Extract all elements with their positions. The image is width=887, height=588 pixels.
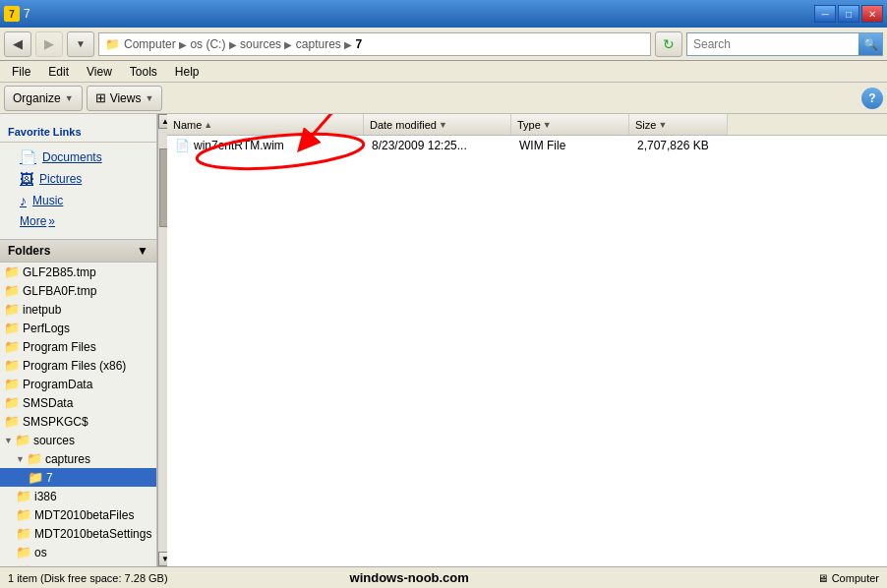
file-row[interactable]: 📄 win7entRTM.wim 8/23/2009 12:25... WIM … — [167, 136, 887, 155]
favorites-documents[interactable]: 📄 Documents — [0, 147, 156, 168]
sort-arrow-icon: ▼ — [658, 120, 667, 130]
col-header-size[interactable]: Size ▼ — [629, 114, 728, 135]
tree-item[interactable]: 📁 tools — [0, 561, 156, 566]
col-header-name[interactable]: Name ▲ — [167, 114, 364, 135]
file-date-cell: 8/23/2009 12:25... — [368, 139, 515, 152]
search-input[interactable] — [687, 33, 858, 55]
music-icon: ♪ — [20, 193, 27, 208]
documents-icon: 📄 — [20, 149, 36, 165]
tree-item-sources[interactable]: ▼ 📁 sources — [0, 431, 156, 449]
tree-item[interactable]: 📁 inetpub — [0, 300, 156, 319]
address-bar: ◀ ▶ ▼ 📁 Favorite Links Computer ▶ os (C:… — [0, 28, 887, 61]
folder-icon: 📁 — [16, 526, 31, 541]
favorites-section: Favorite Links 📄 Documents 🖼 Pictures ♪ … — [0, 114, 156, 239]
expand-icon: ▼ — [16, 454, 25, 464]
recent-locations-button[interactable]: ▼ — [67, 31, 94, 57]
organize-button[interactable]: Organize ▼ — [4, 86, 83, 111]
folder-tree: 📁 GLF2B85.tmp 📁 GLFBA0F.tmp 📁 inetpub 📁 … — [0, 263, 156, 566]
left-panel: Favorite Links 📄 Documents 🖼 Pictures ♪ … — [0, 114, 157, 566]
folder-icon: 📁 — [28, 470, 43, 485]
folder-icon: 📁 — [16, 489, 31, 503]
expand-icon: ▼ — [4, 436, 13, 445]
col-header-type[interactable]: Type ▼ — [511, 114, 629, 135]
menu-view[interactable]: View — [79, 63, 120, 81]
maximize-button[interactable]: □ — [838, 5, 859, 23]
sort-arrow-icon: ▼ — [543, 120, 552, 130]
help-button[interactable]: ? — [861, 88, 883, 109]
favorites-pictures[interactable]: 🖼 Pictures — [0, 168, 156, 190]
col-header-date[interactable]: Date modified ▼ — [364, 114, 511, 135]
tree-item-captures[interactable]: ▼ 📁 captures — [0, 449, 156, 468]
right-panel: Name ▲ Date modified ▼ Type ▼ Size ▼ — [167, 114, 887, 566]
file-size-cell: 2,707,826 KB — [633, 139, 732, 152]
folder-icon: 📁 — [4, 377, 20, 391]
content-area: Name ▲ Date modified ▼ Type ▼ Size ▼ — [167, 114, 887, 566]
back-button[interactable]: ◀ — [4, 31, 31, 57]
menu-edit[interactable]: Edit — [40, 63, 77, 81]
menu-tools[interactable]: Tools — [122, 63, 165, 81]
folder-icon: 📁 — [4, 321, 20, 335]
title-bar: 7 7 ─ □ ✕ — [0, 0, 887, 28]
folder-icon: 📁 — [4, 358, 20, 373]
folder-icon: 📁 — [4, 265, 20, 279]
tree-item[interactable]: 📁 i386 — [0, 487, 156, 505]
tree-item[interactable]: 📁 SMSData — [0, 393, 156, 412]
folder-icon: 📁 — [27, 451, 42, 466]
tree-item[interactable]: 📁 GLF2B85.tmp — [0, 263, 156, 281]
main-layout: Favorite Links 📄 Documents 🖼 Pictures ♪ … — [0, 114, 887, 566]
organize-arrow-icon: ▼ — [65, 93, 74, 103]
folder-icon: 📁 — [16, 563, 31, 566]
tree-item[interactable]: 📁 ProgramData — [0, 375, 156, 393]
tree-item-7[interactable]: 📁 7 — [0, 468, 156, 487]
folders-header[interactable]: Folders ▼ — [0, 240, 156, 263]
tree-item[interactable]: 📁 os — [0, 543, 156, 561]
refresh-button[interactable]: ↻ — [655, 31, 682, 57]
folder-icon: 📁 — [15, 433, 30, 447]
tree-item[interactable]: 📁 Program Files — [0, 337, 156, 356]
computer-icon: 🖥 — [817, 572, 828, 584]
favorites-title: Favorite Links — [0, 122, 156, 143]
path-folder-icon: 📁 — [105, 37, 120, 51]
favorites-music[interactable]: ♪ Music — [0, 190, 156, 211]
pictures-icon: 🖼 — [20, 171, 33, 187]
close-button[interactable]: ✕ — [861, 5, 883, 23]
search-button[interactable]: 🔍 — [858, 33, 882, 55]
folder-icon: 📁 — [4, 283, 20, 298]
tree-item[interactable]: 📁 MDT2010betaFiles — [0, 505, 156, 524]
folder-icon: 📁 — [16, 507, 31, 522]
minimize-button[interactable]: ─ — [814, 5, 836, 23]
folder-icon: 📁 — [4, 395, 20, 410]
status-item-count: 1 item (Disk free space: 7.28 GB) — [8, 572, 168, 584]
left-panel-container: Favorite Links 📄 Documents 🖼 Pictures ♪ … — [0, 114, 167, 566]
status-bar: 1 item (Disk free space: 7.28 GB) window… — [0, 566, 887, 588]
tree-item[interactable]: 📁 SMSPKGC$ — [0, 412, 156, 431]
toolbar: Organize ▼ ⊞ Views ▼ ? — [0, 83, 887, 114]
folder-icon: 📁 — [4, 414, 20, 429]
search-box[interactable]: 🔍 — [686, 32, 883, 56]
app-icon: 7 — [4, 6, 20, 22]
column-headers: Name ▲ Date modified ▼ Type ▼ Size ▼ — [167, 114, 887, 136]
address-path[interactable]: 📁 Favorite Links Computer ▶ os (C:) ▶ so… — [98, 32, 651, 56]
views-arrow-icon: ▼ — [145, 93, 153, 103]
path-text: Computer ▶ os (C:) ▶ sources ▶ captures … — [124, 37, 362, 51]
file-name-cell: 📄 win7entRTM.wim — [171, 139, 368, 152]
tree-item[interactable]: 📁 MDT2010betaSettings — [0, 524, 156, 543]
folder-icon: 📁 — [4, 339, 20, 354]
views-button[interactable]: ⊞ Views ▼ — [87, 86, 163, 111]
sort-arrow-icon: ▼ — [439, 120, 447, 130]
folder-icon: 📁 — [4, 302, 20, 317]
sort-arrow-icon: ▲ — [204, 120, 212, 130]
tree-item[interactable]: 📁 GLFBA0F.tmp — [0, 281, 156, 300]
computer-button[interactable]: 🖥 Computer — [817, 572, 879, 584]
folder-icon: 📁 — [16, 545, 31, 559]
more-link[interactable]: More » — [0, 211, 156, 231]
tree-item[interactable]: 📁 Program Files (x86) — [0, 356, 156, 375]
tree-item[interactable]: 📁 PerfLogs — [0, 319, 156, 337]
folders-section: Folders ▼ 📁 GLF2B85.tmp 📁 GLFBA0F.tmp 📁 … — [0, 239, 156, 566]
file-type-cell: WIM File — [515, 139, 633, 152]
menu-help[interactable]: Help — [167, 63, 207, 81]
window-controls: ─ □ ✕ — [814, 5, 883, 23]
menu-file[interactable]: File — [4, 63, 38, 81]
forward-button[interactable]: ▶ — [35, 31, 63, 57]
file-icon: 📄 — [175, 139, 190, 152]
